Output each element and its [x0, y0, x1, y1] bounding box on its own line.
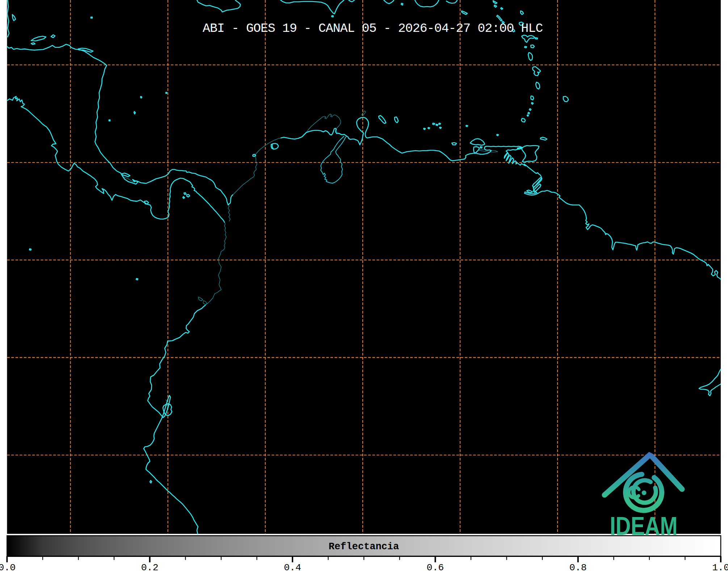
svg-text:0.8: 0.8	[569, 562, 587, 571]
svg-text:1.0: 1.0	[712, 562, 728, 571]
svg-text:ABI - GOES 19 - CANAL 05 - 202: ABI - GOES 19 - CANAL 05 - 2026-04-27 02…	[203, 21, 543, 35]
svg-text:0.6: 0.6	[427, 562, 444, 571]
svg-text:Reflectancia: Reflectancia	[329, 541, 399, 552]
svg-text:0.0: 0.0	[0, 562, 16, 571]
svg-text:0.2: 0.2	[141, 562, 159, 571]
svg-text:0.4: 0.4	[284, 562, 301, 571]
svg-text:IDEAM: IDEAM	[610, 512, 678, 540]
